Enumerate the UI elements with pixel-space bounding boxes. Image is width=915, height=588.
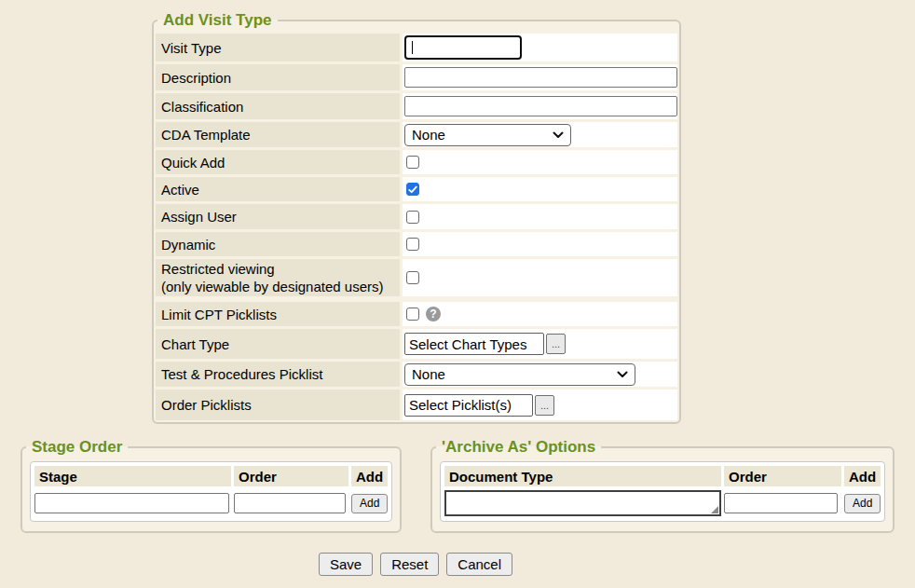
test-procedures-selected-value: None xyxy=(412,366,445,382)
order-column-header: Order xyxy=(724,466,841,486)
chevron-down-icon xyxy=(617,371,628,378)
add-column-header: Add xyxy=(844,466,881,486)
cda-template-label: CDA Template xyxy=(156,122,400,147)
archive-as-options-legend: 'Archive As' Options xyxy=(436,438,601,457)
cda-template-row: CDA Template None xyxy=(156,122,677,147)
save-button[interactable]: Save xyxy=(319,553,373,576)
visit-type-label: Visit Type xyxy=(156,34,400,62)
visit-type-input[interactable] xyxy=(404,35,522,60)
chart-type-row: Chart Type ... xyxy=(156,329,677,359)
order-picklists-browse-button[interactable]: ... xyxy=(535,395,554,416)
visit-type-row: Visit Type xyxy=(156,34,677,62)
chevron-down-icon xyxy=(553,131,564,139)
restricted-viewing-label: Restricted viewing (only viewable by des… xyxy=(156,259,400,296)
archive-as-panel: Document Type Order Add Add xyxy=(440,461,885,522)
add-visit-type-legend: Add Visit Type xyxy=(157,11,278,30)
stage-order-table: Stage Order Add Add xyxy=(34,466,388,517)
dynamic-label: Dynamic xyxy=(156,232,400,256)
chart-type-input[interactable] xyxy=(404,333,544,355)
text-caret xyxy=(412,41,413,54)
chart-type-label: Chart Type xyxy=(156,329,400,359)
archive-order-input[interactable] xyxy=(724,493,838,513)
limit-cpt-picklists-row: Limit CPT Picklists ? xyxy=(156,302,677,326)
document-type-column-header: Document Type xyxy=(444,466,721,486)
page: Add Visit Type Visit Type Description xyxy=(0,0,915,588)
archive-as-table: Document Type Order Add Add xyxy=(444,466,881,517)
assign-user-row: Assign User xyxy=(156,204,677,229)
stage-order-input[interactable] xyxy=(234,493,346,513)
question-mark-help-icon[interactable]: ? xyxy=(426,307,441,321)
reset-button[interactable]: Reset xyxy=(380,553,439,576)
test-procedures-picklist-label: Test & Procedures Picklist xyxy=(156,362,400,387)
restricted-viewing-row: Restricted viewing (only viewable by des… xyxy=(156,259,677,296)
add-visit-type-fieldset: Add Visit Type Visit Type Description xyxy=(152,11,681,424)
resize-grip-icon[interactable] xyxy=(711,506,718,513)
classification-label: Classification xyxy=(156,93,400,119)
assign-user-label: Assign User xyxy=(156,204,400,229)
quick-add-row: Quick Add xyxy=(156,150,677,174)
cda-template-selected-value: None xyxy=(412,127,445,143)
archive-as-options-fieldset: 'Archive As' Options Document Type Order… xyxy=(430,438,895,533)
stage-order-panel: Stage Order Add Add xyxy=(30,461,392,522)
stage-order-fieldset: Stage Order Stage Order Add Add xyxy=(20,438,402,533)
stage-order-legend: Stage Order xyxy=(26,438,128,457)
cancel-button[interactable]: Cancel xyxy=(446,553,512,576)
quick-add-checkbox[interactable] xyxy=(406,156,419,169)
active-label: Active xyxy=(156,177,400,201)
description-input[interactable] xyxy=(404,67,677,88)
active-checkbox[interactable] xyxy=(406,183,419,196)
dynamic-checkbox[interactable] xyxy=(406,238,419,251)
classification-input[interactable] xyxy=(404,96,677,116)
order-picklists-label: Order Picklists xyxy=(156,390,400,420)
assign-user-checkbox[interactable] xyxy=(406,211,419,224)
limit-cpt-picklists-checkbox[interactable] xyxy=(406,308,419,321)
active-row: Active xyxy=(156,177,677,201)
stage-column-header: Stage xyxy=(34,466,231,486)
limit-cpt-picklists-label: Limit CPT Picklists xyxy=(156,302,400,326)
classification-row: Classification xyxy=(156,93,677,119)
description-row: Description xyxy=(156,64,677,90)
archive-add-button[interactable]: Add xyxy=(844,494,881,513)
order-picklists-input[interactable] xyxy=(404,394,533,417)
test-procedures-picklist-select[interactable]: None xyxy=(404,363,635,386)
stage-input[interactable] xyxy=(34,493,229,513)
stage-add-button[interactable]: Add xyxy=(351,494,388,513)
document-type-input[interactable] xyxy=(444,490,721,516)
dynamic-row: Dynamic xyxy=(156,232,677,256)
chart-type-browse-button[interactable]: ... xyxy=(546,334,566,354)
test-procedures-picklist-row: Test & Procedures Picklist None xyxy=(156,362,677,387)
action-button-row: Save Reset Cancel xyxy=(152,553,679,576)
add-column-header: Add xyxy=(351,466,388,486)
restricted-viewing-checkbox[interactable] xyxy=(406,271,419,284)
add-visit-type-form: Visit Type Description Classification xyxy=(156,34,677,420)
quick-add-label: Quick Add xyxy=(156,150,400,174)
description-label: Description xyxy=(156,64,400,90)
order-picklists-row: Order Picklists ... xyxy=(156,390,677,420)
order-column-header: Order xyxy=(234,466,348,486)
cda-template-select[interactable]: None xyxy=(404,124,571,146)
